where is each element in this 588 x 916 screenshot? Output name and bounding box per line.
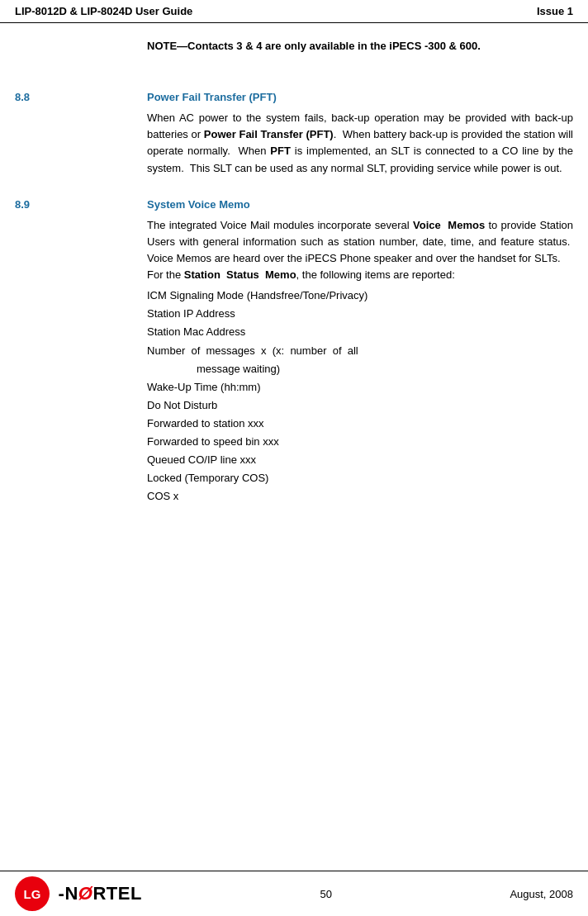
- list-item-8: Forwarded to speed bin xxx: [147, 433, 573, 451]
- section-8-8-body: When AC power to the system fails, back-…: [147, 110, 573, 177]
- content-area: NOTE—Contacts 3 & 4 are only available i…: [0, 23, 588, 871]
- section-8-9-title: System Voice Memo: [147, 198, 250, 211]
- section-8-8-body-row: When AC power to the system fails, back-…: [15, 110, 573, 177]
- page-container: LIP-8012D & LIP-8024D User Guide Issue 1…: [0, 0, 588, 916]
- list-item-10: Locked (Temporary COS): [147, 469, 573, 487]
- section-8-8-left: [15, 110, 147, 177]
- list-item-5: Wake-Up Time (hh:mm): [147, 378, 573, 396]
- section-8-8-number: 8.8: [15, 91, 147, 103]
- lg-logo-circle: LG: [15, 876, 50, 911]
- page-header: LIP-8012D & LIP-8024D User Guide Issue 1: [0, 0, 588, 23]
- footer-page-number: 50: [142, 888, 510, 900]
- list-item-4: Number of messages x (x: number of all: [147, 342, 573, 360]
- note-left-col: [15, 38, 147, 55]
- section-8-8-right: When AC power to the system fails, back-…: [147, 110, 573, 177]
- section-8-8-heading-row: 8.8 Power Fail Transfer (PFT): [15, 91, 573, 103]
- list-item-9: Queued CO/IP line xxx: [147, 451, 573, 469]
- nortel-logo-text: -NØRTEL: [53, 883, 142, 904]
- note-block: NOTE—Contacts 3 & 4 are only available i…: [15, 38, 573, 55]
- list-item-4-cont: message waiting): [197, 360, 573, 378]
- footer-logo: LG -NØRTEL: [15, 876, 142, 911]
- section-8-9-number: 8.9: [15, 198, 147, 211]
- section-8-9-right: The integrated Voice Mail modules incorp…: [147, 217, 573, 506]
- section-8-9-intro: The integrated Voice Mail modules incorp…: [147, 217, 573, 267]
- section-8-9-left: [15, 217, 147, 506]
- list-item-7: Forwarded to station xxx: [147, 415, 573, 433]
- section-8-9-list: ICM Signaling Mode (Handsfree/Tone/Priva…: [147, 287, 573, 505]
- list-item-3: Station Mac Address: [147, 323, 573, 341]
- section-8-9-heading-row: 8.9 System Voice Memo: [15, 198, 573, 211]
- list-item-11: COS x: [147, 487, 573, 505]
- list-item-6: Do Not Disturb: [147, 396, 573, 415]
- note-text: NOTE—Contacts 3 & 4 are only available i…: [147, 38, 573, 55]
- header-issue: Issue 1: [537, 5, 573, 17]
- lg-logo-text: LG: [24, 887, 41, 901]
- header-title: LIP-8012D & LIP-8024D User Guide: [15, 5, 192, 17]
- list-item-2: Station IP Address: [147, 305, 573, 323]
- list-item-1: ICM Signaling Mode (Handsfree/Tone/Priva…: [147, 287, 573, 305]
- section-8-8-title: Power Fail Transfer (PFT): [147, 91, 277, 103]
- section-8-9-body-row: The integrated Voice Mail modules incorp…: [15, 217, 573, 506]
- footer-date: August, 2008: [510, 888, 573, 900]
- note-right-col: NOTE—Contacts 3 & 4 are only available i…: [147, 38, 573, 55]
- page-footer: LG -NØRTEL 50 August, 2008: [0, 871, 588, 916]
- section-8-9-for-line: For the Station Status Memo, the followi…: [147, 267, 573, 283]
- list-item-4-text: Number of messages x (x: number of all: [147, 342, 358, 360]
